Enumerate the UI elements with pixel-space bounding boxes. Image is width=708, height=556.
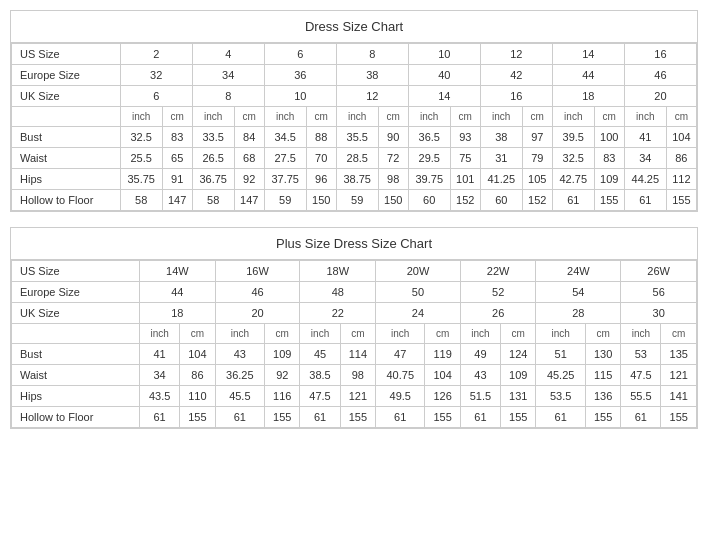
data-cell: 28.5 xyxy=(336,148,378,169)
uk-size-cell: 20 xyxy=(624,86,696,107)
data-cell: 109 xyxy=(594,169,624,190)
data-cell: 104 xyxy=(425,365,460,386)
europe-size-cell: 42 xyxy=(480,65,552,86)
unit-inch: inch xyxy=(552,107,594,127)
data-cell: 36.5 xyxy=(408,127,450,148)
data-row: Waist25.56526.56827.57028.57229.57531793… xyxy=(12,148,697,169)
europe-size-cell: 44 xyxy=(140,282,216,303)
europe-size-label: Europe Size xyxy=(12,65,121,86)
row-label-cell: Bust xyxy=(12,127,121,148)
data-cell: 92 xyxy=(234,169,264,190)
unit-row: inchcminchcminchcminchcminchcminchcminch… xyxy=(12,324,697,344)
data-cell: 100 xyxy=(594,127,624,148)
row-label-cell: Bust xyxy=(12,344,140,365)
unit-cm: cm xyxy=(425,324,460,344)
us-size-cell: 2 xyxy=(120,44,192,65)
data-cell: 70 xyxy=(306,148,336,169)
data-cell: 115 xyxy=(585,365,620,386)
data-cell: 47.5 xyxy=(621,365,661,386)
unit-cm: cm xyxy=(666,107,696,127)
data-cell: 25.5 xyxy=(120,148,162,169)
europe-size-cell: 46 xyxy=(215,282,300,303)
data-cell: 75 xyxy=(450,148,480,169)
data-cell: 26.5 xyxy=(192,148,234,169)
chart2-title: Plus Size Dress Size Chart xyxy=(11,228,697,260)
uk-size-cell: 18 xyxy=(140,303,216,324)
europe-size-row: Europe Size44464850525456 xyxy=(12,282,697,303)
data-row: Bust32.58333.58434.58835.59036.593389739… xyxy=(12,127,697,148)
data-cell: 92 xyxy=(265,365,300,386)
data-cell: 41.25 xyxy=(480,169,522,190)
data-cell: 150 xyxy=(378,190,408,211)
unit-cm: cm xyxy=(522,107,552,127)
europe-size-cell: 38 xyxy=(336,65,408,86)
data-cell: 147 xyxy=(234,190,264,211)
unit-cm: cm xyxy=(661,324,697,344)
data-cell: 61 xyxy=(140,407,180,428)
uk-size-cell: 22 xyxy=(300,303,376,324)
data-row: Hollow to Floor5814758147591505915060152… xyxy=(12,190,697,211)
data-cell: 38.5 xyxy=(300,365,340,386)
data-row: Bust41104431094511447119491245113053135 xyxy=(12,344,697,365)
data-cell: 86 xyxy=(180,365,215,386)
data-cell: 47 xyxy=(376,344,425,365)
data-cell: 40.75 xyxy=(376,365,425,386)
data-cell: 155 xyxy=(585,407,620,428)
data-cell: 155 xyxy=(661,407,697,428)
uk-size-cell: 16 xyxy=(480,86,552,107)
us-size-cell: 26W xyxy=(621,261,697,282)
data-cell: 109 xyxy=(265,344,300,365)
uk-size-cell: 8 xyxy=(192,86,264,107)
uk-size-cell: 18 xyxy=(552,86,624,107)
data-cell: 51 xyxy=(536,344,585,365)
data-cell: 72 xyxy=(378,148,408,169)
data-cell: 116 xyxy=(265,386,300,407)
us-size-cell: 4 xyxy=(192,44,264,65)
row-label-cell: Waist xyxy=(12,148,121,169)
data-cell: 27.5 xyxy=(264,148,306,169)
us-size-label: US Size xyxy=(12,44,121,65)
data-cell: 97 xyxy=(522,127,552,148)
unit-row: inchcminchcminchcminchcminchcminchcminch… xyxy=(12,107,697,127)
row-label-cell: Waist xyxy=(12,365,140,386)
data-cell: 38 xyxy=(480,127,522,148)
unit-inch: inch xyxy=(621,324,661,344)
data-cell: 33.5 xyxy=(192,127,234,148)
unit-inch: inch xyxy=(460,324,500,344)
unit-row-empty xyxy=(12,107,121,127)
unit-cm: cm xyxy=(594,107,624,127)
uk-size-row: UK Size68101214161820 xyxy=(12,86,697,107)
data-cell: 29.5 xyxy=(408,148,450,169)
unit-cm: cm xyxy=(306,107,336,127)
uk-size-cell: 24 xyxy=(376,303,461,324)
us-size-cell: 14 xyxy=(552,44,624,65)
uk-size-cell: 28 xyxy=(536,303,621,324)
data-cell: 86 xyxy=(666,148,696,169)
europe-size-cell: 32 xyxy=(120,65,192,86)
data-cell: 119 xyxy=(425,344,460,365)
data-cell: 121 xyxy=(340,386,375,407)
data-cell: 39.5 xyxy=(552,127,594,148)
data-cell: 44.25 xyxy=(624,169,666,190)
data-cell: 34.5 xyxy=(264,127,306,148)
data-cell: 37.75 xyxy=(264,169,306,190)
row-label-cell: Hips xyxy=(12,386,140,407)
data-cell: 43 xyxy=(460,365,500,386)
data-cell: 45.5 xyxy=(215,386,264,407)
data-cell: 61 xyxy=(536,407,585,428)
data-cell: 104 xyxy=(180,344,215,365)
row-label-cell: Hips xyxy=(12,169,121,190)
us-size-cell: 24W xyxy=(536,261,621,282)
data-cell: 61 xyxy=(300,407,340,428)
unit-inch: inch xyxy=(480,107,522,127)
data-cell: 47.5 xyxy=(300,386,340,407)
data-cell: 135 xyxy=(661,344,697,365)
data-cell: 109 xyxy=(501,365,536,386)
unit-cm: cm xyxy=(378,107,408,127)
us-size-row: US Size14W16W18W20W22W24W26W xyxy=(12,261,697,282)
us-size-label: US Size xyxy=(12,261,140,282)
europe-size-cell: 54 xyxy=(536,282,621,303)
data-cell: 61 xyxy=(624,190,666,211)
data-cell: 121 xyxy=(661,365,697,386)
us-size-cell: 14W xyxy=(140,261,216,282)
